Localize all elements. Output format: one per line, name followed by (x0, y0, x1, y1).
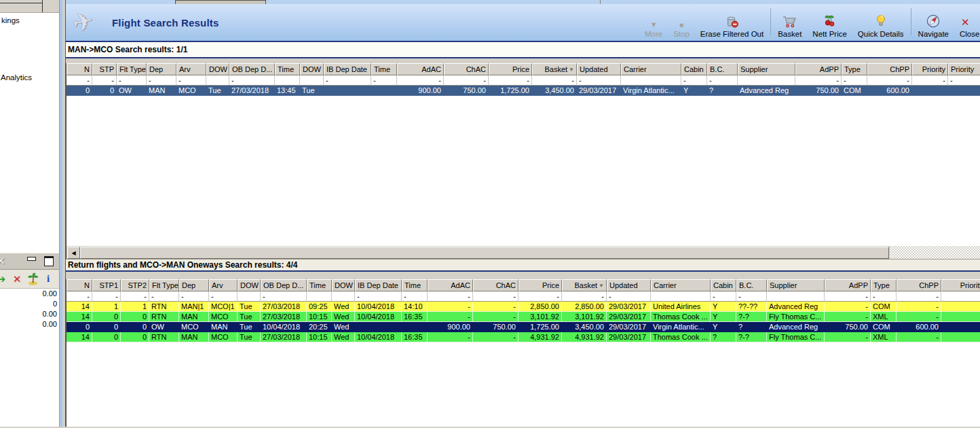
column-header-arv[interactable]: Arv (209, 279, 238, 291)
filter-cell[interactable]: - (681, 75, 707, 86)
erase-filtered-out-button[interactable]: Erase Filtered Out (695, 8, 769, 38)
cell[interactable] (941, 332, 980, 342)
cell[interactable] (948, 86, 980, 96)
column-header-time[interactable]: Time (402, 279, 428, 291)
filter-cell[interactable]: - (209, 291, 238, 302)
cell[interactable]: Wed (332, 302, 355, 312)
cell[interactable]: Y (711, 312, 736, 322)
cell[interactable]: 3,101.92 (562, 312, 607, 322)
cell[interactable] (941, 312, 980, 322)
cell[interactable]: XML (871, 332, 897, 342)
cell[interactable]: Advanced Reg (767, 322, 825, 332)
cell[interactable]: ??-?? (736, 302, 767, 312)
result-row[interactable]: 00OWMANMCOTue27/03/201813:45Tue900.00750… (67, 86, 980, 96)
column-header-dow[interactable]: DOW (332, 279, 355, 291)
filter-cell[interactable]: - (92, 291, 121, 302)
column-header-ib-dep-date[interactable]: IB Dep Date (355, 279, 402, 291)
cell[interactable]: MCO (176, 86, 206, 96)
cell[interactable]: 27/03/2018 (261, 302, 307, 312)
cell[interactable]: Wed (332, 332, 355, 342)
cell[interactable]: Tue (206, 86, 229, 96)
scroll-left-button[interactable]: ◀ (67, 247, 80, 259)
cell[interactable]: 14 (67, 302, 92, 312)
column-header-dow[interactable]: DOW (300, 63, 324, 75)
cell[interactable]: 0 (92, 312, 121, 322)
result-row[interactable]: 1400RTNMANMCOTue27/03/201810:15Wed10/04/… (67, 332, 980, 342)
filter-cell[interactable]: - (795, 75, 842, 86)
filter-cell[interactable]: - (147, 75, 176, 86)
cell[interactable]: 4,931.92 (562, 332, 607, 342)
filter-cell[interactable]: - (707, 75, 738, 86)
cell[interactable]: Virgin Atlantic... (621, 86, 681, 96)
cell[interactable]: 10:15 (307, 332, 332, 342)
cell[interactable]: RTN (149, 332, 179, 342)
column-header-dow[interactable]: DOW (238, 279, 261, 291)
filter-cell[interactable]: - (825, 291, 871, 302)
cell[interactable] (941, 322, 980, 332)
cell[interactable]: - (428, 332, 473, 342)
column-header-chac[interactable]: ChAC (473, 279, 519, 291)
cell[interactable]: Tue (238, 322, 261, 332)
result-row[interactable]: 000OWMCOMANTue10/04/201820:25Wed900.0075… (67, 322, 980, 332)
cell[interactable]: 16:35 (402, 312, 428, 322)
filter-cell[interactable]: - (179, 291, 209, 302)
cell[interactable] (371, 86, 397, 96)
cell[interactable]: - (825, 332, 871, 342)
filter-cell[interactable]: - (711, 291, 736, 302)
column-header-ob-dep-d[interactable]: OB Dep D... (261, 279, 307, 291)
cell[interactable]: 3,450.00 (532, 86, 577, 96)
cell[interactable]: 4,931.92 (519, 332, 562, 342)
cell[interactable]: 750.00 (444, 86, 489, 96)
cell[interactable]: MAN (179, 332, 209, 342)
column-header-stp2[interactable]: STP2 (121, 279, 149, 291)
cell[interactable]: 14 (67, 332, 92, 342)
cell[interactable]: Advanced Reg (738, 86, 795, 96)
filter-cell[interactable] (651, 291, 711, 302)
filter-cell[interactable]: - (121, 291, 149, 302)
cell[interactable]: Fly Thomas C... (767, 332, 825, 342)
cell[interactable] (355, 322, 402, 332)
column-header-chac[interactable]: ChAC (444, 63, 489, 75)
column-header-supplier[interactable]: Supplier (738, 63, 795, 75)
cell[interactable]: COM (871, 302, 897, 312)
column-header-adpp[interactable]: AdPP (825, 279, 871, 291)
column-header-adpp[interactable]: AdPP (795, 63, 842, 75)
cell[interactable]: 600.00 (867, 86, 912, 96)
cell[interactable]: 20:25 (307, 322, 332, 332)
quick-details-button[interactable]: Quick Details (852, 8, 909, 38)
filter-cell[interactable] (332, 291, 355, 302)
cell[interactable]: 29/03/2017 (607, 302, 651, 312)
column-header-supplier[interactable]: Supplier (767, 279, 825, 291)
cell[interactable] (912, 86, 948, 96)
filter-cell[interactable]: - (444, 75, 489, 86)
filter-cell[interactable]: - (428, 291, 473, 302)
result-row[interactable]: 1411RTNMAN|1MCO|1Tue27/03/201809:25Wed10… (67, 302, 980, 312)
filter-cell[interactable]: - (532, 75, 577, 86)
filter-cell[interactable]: - (149, 291, 179, 302)
cell[interactable]: XML (871, 312, 897, 322)
cell[interactable]: - (897, 312, 941, 322)
column-header-b-c[interactable]: B.C. (736, 279, 767, 291)
column-header-updated[interactable]: Updated (607, 279, 651, 291)
cell[interactable]: 900.00 (397, 86, 444, 96)
column-header-flt-type[interactable]: Flt Type (149, 279, 179, 291)
cell[interactable]: 14 (67, 312, 92, 322)
cell[interactable]: ? (736, 322, 767, 332)
cell[interactable]: MCO (179, 322, 209, 332)
cell[interactable]: Tue (238, 302, 261, 312)
cell[interactable]: - (473, 302, 519, 312)
cell[interactable]: 750.00 (825, 322, 871, 332)
filter-cell[interactable]: - (941, 291, 980, 302)
column-header-time[interactable]: Time (275, 63, 300, 75)
cell[interactable]: 10/04/2018 (355, 302, 402, 312)
filter-cell[interactable] (238, 291, 261, 302)
cell[interactable]: Tue (238, 332, 261, 342)
filter-cell[interactable]: - (948, 75, 980, 86)
cell[interactable]: MCO (209, 312, 238, 322)
column-header-ib-dep-date[interactable]: IB Dep Date (324, 63, 371, 75)
column-header-basket[interactable]: Basket▼ (562, 279, 607, 291)
cell[interactable]: - (897, 332, 941, 342)
filter-cell[interactable]: - (92, 75, 117, 86)
cell[interactable]: Y (711, 322, 736, 332)
filter-cell[interactable]: - (577, 75, 621, 86)
